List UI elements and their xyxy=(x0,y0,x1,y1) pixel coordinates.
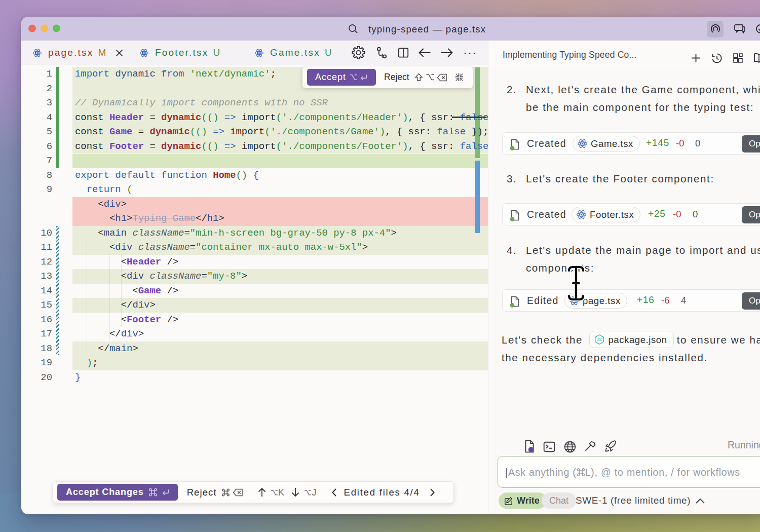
svg-text:JS: JS xyxy=(597,337,602,342)
